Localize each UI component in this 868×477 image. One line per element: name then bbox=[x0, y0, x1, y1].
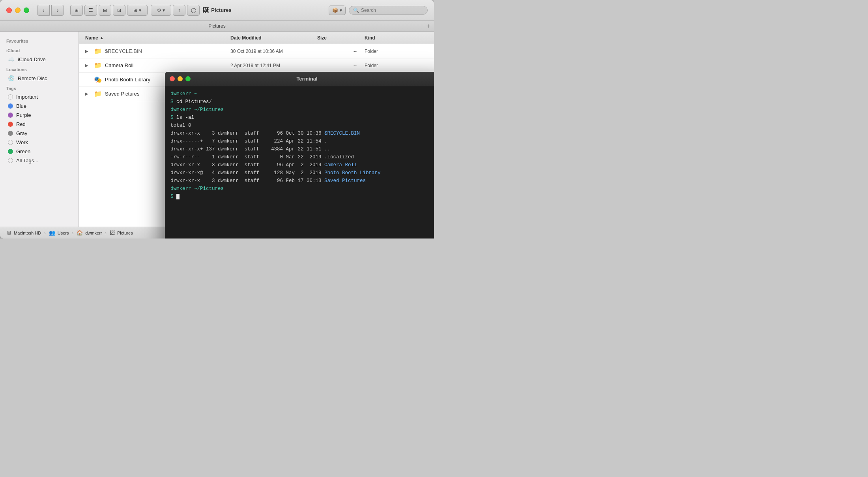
pictures-icon: 🖼 bbox=[110, 230, 115, 236]
terminal-close-button[interactable] bbox=[170, 76, 175, 81]
terminal-output-line2: drwx------+ 7 dwmkerr staff 224 Apr 22 1… bbox=[170, 137, 434, 145]
file-kind: Folder bbox=[365, 63, 428, 68]
col-header-name[interactable]: Name ▲ bbox=[85, 35, 230, 41]
maximize-button[interactable] bbox=[24, 8, 29, 13]
terminal-line-cmd1: $ cd Pictures/ bbox=[170, 98, 434, 106]
tag-button[interactable]: ◯ bbox=[187, 5, 200, 16]
view-grid-icon: ⊞ bbox=[75, 8, 79, 13]
terminal-line-input: $ bbox=[170, 193, 434, 201]
close-button[interactable] bbox=[6, 8, 12, 13]
file-name: $RECYCLE.BIN bbox=[105, 48, 142, 54]
tag-red-label: Red bbox=[16, 121, 26, 127]
sort-arrow: ▲ bbox=[100, 36, 104, 40]
breadcrumb-username: dwmkerr bbox=[85, 231, 102, 235]
sidebar-tag-work[interactable]: Work bbox=[2, 138, 77, 147]
file-size: -- bbox=[317, 63, 365, 68]
col-header-date[interactable]: Date Modified bbox=[230, 35, 317, 41]
dropbox-button[interactable]: 📦 ▾ bbox=[329, 6, 346, 15]
sidebar-tag-red[interactable]: Red bbox=[2, 120, 77, 129]
terminal-output-line6: drwxr-xr-x@ 4 dwmkerr staff 128 May 2 20… bbox=[170, 169, 434, 177]
icloud-icon: ☁️ bbox=[8, 56, 15, 62]
sidebar-locations-heading: Locations bbox=[0, 64, 79, 73]
toolbar-buttons: ⊞ ☰ ⊟ ⊡ ⊞ ▾ bbox=[70, 5, 148, 16]
file-date: 2 Apr 2019 at 12:41 PM bbox=[230, 63, 317, 68]
tab-bar: Pictures + bbox=[0, 21, 434, 32]
sidebar-tag-purple[interactable]: Purple bbox=[2, 111, 77, 120]
terminal-line-cmd2: $ ls -al bbox=[170, 114, 434, 122]
window-title-area: 🖼 Pictures bbox=[202, 7, 231, 14]
terminal-title-bar: Terminal ⊟ bbox=[165, 72, 434, 86]
folder-icon: 🖼 bbox=[202, 7, 209, 14]
search-bar[interactable]: 🔍 bbox=[349, 6, 428, 15]
file-name: Camera Roll bbox=[105, 62, 133, 68]
terminal-line-prompt1: dwmkerr ~ bbox=[170, 90, 434, 98]
action-button[interactable]: ⚙ ▾ bbox=[151, 5, 171, 16]
view-columns-button[interactable]: ⊟ bbox=[99, 5, 111, 16]
view-more-icon: ⊞ ▾ bbox=[133, 8, 141, 13]
traffic-lights bbox=[6, 8, 29, 13]
all-tags-dot bbox=[8, 158, 13, 163]
col-header-kind[interactable]: Kind bbox=[365, 35, 428, 41]
tag-purple-label: Purple bbox=[16, 112, 31, 118]
expand-arrow[interactable]: ▶ bbox=[85, 92, 91, 96]
terminal-title: Terminal bbox=[296, 76, 317, 82]
terminal-output-line5: drwxr-xr-x 3 dwmkerr staff 96 Apr 2 2019… bbox=[170, 161, 434, 169]
tag-work-label: Work bbox=[16, 139, 28, 145]
sidebar-tag-blue[interactable]: Blue bbox=[2, 101, 77, 111]
table-row[interactable]: ▶ 📁 Camera Roll 2 Apr 2019 at 12:41 PM -… bbox=[79, 58, 434, 73]
terminal-minimize-button[interactable] bbox=[178, 76, 183, 81]
expand-arrow[interactable]: ▶ bbox=[85, 63, 91, 68]
view-more-button[interactable]: ⊞ ▾ bbox=[127, 5, 148, 16]
tag-all-label: All Tags... bbox=[16, 158, 38, 163]
search-icon: 🔍 bbox=[353, 8, 359, 13]
sidebar-remote-disc-label: Remote Disc bbox=[18, 75, 47, 81]
tab-label: Pictures bbox=[208, 23, 225, 29]
sidebar-tag-all[interactable]: All Tags... bbox=[2, 156, 77, 165]
breadcrumb-sep-3: › bbox=[105, 231, 107, 235]
sidebar-tag-gray[interactable]: Gray bbox=[2, 129, 77, 138]
file-size: -- bbox=[317, 49, 365, 54]
photo-booth-icon: 🎭 bbox=[94, 76, 102, 83]
users-icon: 👥 bbox=[49, 230, 55, 236]
sidebar-icloud-heading: iCloud bbox=[0, 45, 79, 54]
forward-button[interactable]: › bbox=[51, 5, 64, 16]
col-header-size[interactable]: Size bbox=[317, 35, 365, 41]
tag-gray-label: Gray bbox=[16, 130, 27, 136]
tag-important-label: Important bbox=[16, 94, 38, 100]
disc-icon: 💿 bbox=[8, 75, 15, 81]
folder-icon: 📁 bbox=[94, 47, 102, 55]
dropbox-icon: 📦 bbox=[332, 8, 338, 13]
title-bar: ‹ › ⊞ ☰ ⊟ ⊡ ⊞ ▾ ⚙ ▾ ↑ bbox=[0, 0, 434, 21]
terminal-body[interactable]: dwmkerr ~ $ cd Pictures/ dwmkerr ~/Pictu… bbox=[165, 86, 434, 238]
view-list-button[interactable]: ☰ bbox=[84, 5, 97, 16]
expand-arrow[interactable]: ▶ bbox=[85, 49, 91, 53]
nav-buttons: ‹ › bbox=[37, 5, 64, 16]
green-tag-dot bbox=[8, 149, 13, 154]
share-button[interactable]: ↑ bbox=[173, 5, 185, 16]
sidebar-tag-important[interactable]: Important bbox=[2, 92, 77, 101]
sidebar-item-icloud-drive[interactable]: ☁️ iCloud Drive bbox=[2, 54, 77, 64]
tag-green-label: Green bbox=[16, 148, 30, 154]
sidebar-tag-green[interactable]: Green bbox=[2, 147, 77, 156]
terminal-output-line1: drwxr-xr-x 3 dwmkerr staff 96 Oct 30 10:… bbox=[170, 130, 434, 137]
table-row[interactable]: ▶ 📁 $RECYCLE.BIN 30 Oct 2019 at 10:36 AM… bbox=[79, 44, 434, 58]
file-name: Saved Pictures bbox=[105, 91, 139, 97]
minimize-button[interactable] bbox=[15, 8, 21, 13]
terminal-output-line4: -rw-r--r-- 1 dwmkerr staff 0 Mar 22 2019… bbox=[170, 153, 434, 161]
view-list-icon: ☰ bbox=[89, 8, 93, 13]
view-grid-button[interactable]: ⊞ bbox=[70, 5, 83, 16]
breadcrumb-macintosh-hd: Macintosh HD bbox=[14, 231, 41, 235]
breadcrumb-sep-1: › bbox=[44, 231, 46, 235]
important-tag-dot bbox=[8, 94, 13, 100]
back-button[interactable]: ‹ bbox=[37, 5, 50, 16]
terminal-maximize-button[interactable] bbox=[185, 76, 191, 81]
red-tag-dot bbox=[8, 122, 13, 127]
terminal-line-prompt2: dwmkerr ~/Pictures bbox=[170, 106, 434, 114]
breadcrumb-users: Users bbox=[58, 231, 69, 235]
search-input[interactable] bbox=[361, 8, 423, 13]
add-tab-button[interactable]: + bbox=[427, 23, 430, 30]
breadcrumb-pictures: Pictures bbox=[117, 231, 133, 235]
view-cover-button[interactable]: ⊡ bbox=[113, 5, 125, 16]
sidebar-item-remote-disc[interactable]: 💿 Remote Disc bbox=[2, 73, 77, 83]
user-icon: 🏠 bbox=[77, 230, 83, 236]
